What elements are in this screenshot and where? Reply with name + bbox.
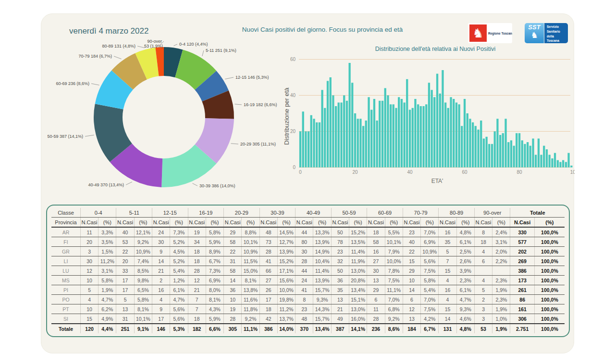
pct-value: 6,2% <box>98 304 116 314</box>
donut-segment-5-11 <box>175 49 216 90</box>
pct-value: 8,1% <box>206 295 223 304</box>
pct-value: 7,5% <box>421 266 439 276</box>
donut-label: 53 (1,9%) <box>144 44 163 49</box>
pct-value: 7,0% <box>421 227 439 237</box>
age-bar <box>365 121 367 168</box>
pct-value: 15,2% <box>277 256 295 266</box>
ncasi-value: 7 <box>188 295 206 304</box>
ncasi-value: 4 <box>474 276 492 285</box>
ncasi-value: 5 <box>116 295 134 304</box>
age-bar <box>349 63 351 168</box>
ncasi-value: 78 <box>331 237 349 247</box>
age-group-header: 40-49 <box>295 208 332 218</box>
age-bar <box>393 104 394 167</box>
ncasi-value: 17 <box>152 314 170 324</box>
row-total-pct: 100,0% <box>534 276 565 285</box>
pct-subheader: (%) <box>242 218 259 228</box>
pct-value: 11,6% <box>242 295 259 304</box>
row-total-cases: 173 <box>510 276 534 285</box>
ncasi-value: 7 <box>188 304 206 314</box>
pct-subheader: (%) <box>277 218 295 228</box>
age-bar <box>549 155 551 167</box>
ncasi-value: 12 <box>188 276 206 285</box>
ncasi-value: 13 <box>116 304 134 314</box>
pct-value: 8,9% <box>206 247 223 256</box>
ncasi-value: 28 <box>295 256 313 266</box>
pct-value: 10,4% <box>313 256 331 266</box>
age-bar <box>359 119 361 167</box>
age-bar <box>338 103 340 168</box>
total-pct-value: 14,0% <box>277 324 295 333</box>
ncasi-value: 5 <box>80 285 98 295</box>
pct-value: 13,9% <box>277 247 295 256</box>
total-ncasi-value: 236 <box>367 324 385 333</box>
age-bar <box>455 103 457 168</box>
ncasi-value: 27 <box>367 256 385 266</box>
ncasi-value: 31 <box>224 256 242 266</box>
pct-value: 4,5% <box>170 247 188 256</box>
ncasi-value: 14 <box>403 285 420 295</box>
pct-value: 11,9% <box>349 256 367 266</box>
age-bar <box>491 144 493 168</box>
ncasi-value: 2 <box>152 276 170 285</box>
age-group-header: 0-4 <box>80 208 116 218</box>
ncasi-value: 30 <box>367 266 385 276</box>
age-bar <box>387 96 389 168</box>
age-bar <box>368 97 369 167</box>
ncasi-value: 24 <box>152 227 170 237</box>
age-bar <box>518 133 520 167</box>
ncasi-value: 9 <box>152 304 170 314</box>
table-row-LU: LU123,1%338,5%215,4%287,3%5815,0%6617,1%… <box>51 266 565 276</box>
regione-toscana-label: Regione Toscana <box>487 32 512 35</box>
ncasi-value: 30 <box>80 256 98 266</box>
province-age-table: Classe0-45-1112-1516-1920-2930-3940-4950… <box>51 208 565 333</box>
age-bar <box>562 160 564 168</box>
pct-subheader: (%) <box>134 218 152 228</box>
province-code: AR <box>51 227 80 237</box>
donut-segment-50-59 <box>94 104 132 162</box>
pct-value: 11,8% <box>242 304 259 314</box>
age-bar <box>425 104 427 167</box>
pct-value: 14,5% <box>277 227 295 237</box>
pct-value: 15,6% <box>277 276 295 285</box>
age-bar <box>376 121 378 168</box>
age-bar <box>532 139 534 168</box>
ncasi-value: 10 <box>80 276 98 285</box>
age-bar <box>538 139 540 168</box>
ncasi-value: 10 <box>224 295 242 304</box>
age-group-header: 70-79 <box>403 208 439 218</box>
ncasi-value: 29 <box>224 227 242 237</box>
ncasi-value: 7 <box>439 256 456 266</box>
ncasi-subheader: N.Casi <box>510 218 534 228</box>
ncasi-value: 35 <box>439 237 456 247</box>
donut-segment-0-4 <box>164 47 183 77</box>
ncasi-value: 34 <box>188 237 206 247</box>
age-bar <box>327 81 329 168</box>
age-bar <box>559 162 561 167</box>
ncasi-value: 44 <box>295 266 313 276</box>
age-bar <box>499 135 501 168</box>
age-bar <box>480 121 482 168</box>
ncasi-value: 10 <box>403 276 420 285</box>
age-bar <box>335 106 337 168</box>
report-page: venerdì 4 marzo 2022 Nuovi Casi positivi… <box>0 0 615 364</box>
age-bar <box>565 162 567 167</box>
ncasi-value: 28 <box>259 247 277 256</box>
page-title: Nuovi Casi positivi del giorno. Focus su… <box>185 26 459 33</box>
x-tick-label: 20 <box>352 170 358 175</box>
province-code: FI <box>51 237 80 247</box>
age-group-header: 20-29 <box>224 208 260 218</box>
ncasi-value: 12 <box>403 304 420 314</box>
row-total-cases: 386 <box>510 266 534 276</box>
pegasus-icon: ♞ <box>469 24 487 42</box>
pct-value: 10,0% <box>277 285 295 295</box>
age-bar <box>412 108 414 168</box>
pct-value: 5,8% <box>134 295 152 304</box>
ncasi-value: 6 <box>367 295 385 304</box>
age-bar <box>494 132 496 168</box>
ncasi-subheader: N.Casi <box>259 218 277 228</box>
pct-value: 9,2% <box>385 314 403 324</box>
pct-value: 2,3% <box>492 295 510 304</box>
age-bar <box>453 99 455 168</box>
donut-label: 16-19 182 (6,6%) <box>244 102 277 107</box>
